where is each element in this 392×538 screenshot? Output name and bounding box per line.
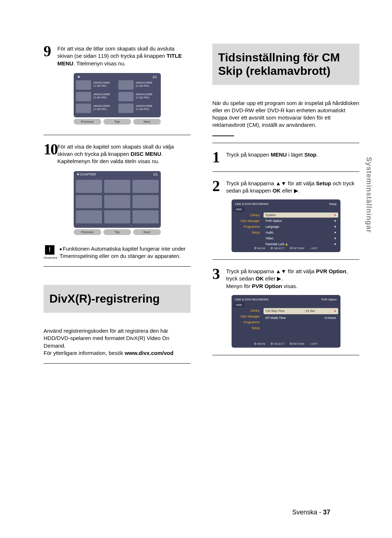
osd-sidebar: Library Disc Manager Programme Setup <box>234 308 262 341</box>
url-text: www.divx.com/vod <box>124 350 173 356</box>
step-text: För att visa de titlar som skapats skall… <box>57 44 191 67</box>
title-menu-screenshot: ❖ 1/1 JAN/01/200617:30 PR1 JAN/01/200617… <box>74 73 161 125</box>
osd-option-pvr: PVR Option <box>264 218 338 223</box>
osd-pvr-screenshot: HDD & DVD RECORDER PVR Option HDD Librar… <box>232 295 340 348</box>
osd-side-item: Library <box>234 213 262 218</box>
osd-sidebar: Library Disc Manager Programme Setup <box>234 213 262 245</box>
step-number: 9 <box>44 44 54 67</box>
osd-title: HDD & DVD RECORDER <box>235 298 269 301</box>
previous-button: Previous <box>74 119 101 125</box>
osd-main: CM Skip Time: 15 Sec EP Mode Time: 6 Hou… <box>264 308 338 341</box>
top-button: Top <box>103 119 131 125</box>
step-text: Tryck på knappen MENU i läget Stop. <box>226 150 318 165</box>
section-title: DivX(R)-registrering <box>49 292 185 306</box>
chevron-right-icon <box>335 310 336 312</box>
osd-hints: MOVE SELECT RETURN EXIT <box>234 341 338 345</box>
footer-lang: Svenska <box>292 509 317 516</box>
osd-side-item: Setup <box>234 230 262 235</box>
osd-option-parental: Parental Lock <box>264 242 338 247</box>
bold-text: DISC MENU <box>131 151 161 157</box>
chevron-right-icon <box>335 220 336 222</box>
chapter-thumbnail <box>76 180 102 193</box>
title-thumbnail <box>76 80 91 90</box>
page-footer: Svenska - 37 <box>292 509 330 516</box>
osd-option-epmode: EP Mode Time: 6 Hours <box>264 315 338 321</box>
chapter-thumbnail <box>76 210 102 223</box>
step-text: Tryck på knapparna ▲▼ för att välja PVR … <box>226 266 359 290</box>
chevron-right-icon <box>335 237 336 239</box>
osd-side-item: Programme <box>234 320 262 325</box>
osd-side-item: Programme <box>234 224 262 229</box>
side-tab: Systeminställningar <box>365 157 373 233</box>
chevron-right-icon <box>335 226 336 228</box>
info-icon: ! <box>45 245 54 255</box>
top-button: Top <box>103 229 131 235</box>
osd-option-cmskip: CM Skip Time: 15 Sec <box>264 308 338 314</box>
right-column: Tidsinställning för CM Skip (reklamavbro… <box>212 44 359 370</box>
step-9: 9 För att visa de titlar som skapats ska… <box>44 44 191 67</box>
divider <box>44 266 191 267</box>
chapter-menu-screenshot: ❖ CHAPTER 1/1 <box>74 171 161 235</box>
title-meta: JAN/01/200617:30 PR1 <box>136 92 159 101</box>
title-thumbnail <box>118 92 134 101</box>
osd-side-item: Disc Manager <box>234 218 262 223</box>
osd-side-item: Disc Manager <box>234 314 262 319</box>
short-divider <box>212 135 234 136</box>
title-thumbnail <box>118 104 134 113</box>
divider <box>212 355 359 355</box>
title-meta: JAN/01/200617:30 PR1 <box>93 80 116 90</box>
step-text: För att visa de kapitel som skapats skal… <box>57 142 191 165</box>
step-3: 3 Tryck på knapparna ▲▼ för att välja PV… <box>212 266 359 290</box>
left-column: 9 För att visa de titlar som skapats ska… <box>44 44 191 370</box>
intro-text: När du spelar upp ett program som är ins… <box>212 100 359 129</box>
osd-subtitle: Setup <box>329 202 337 206</box>
divider <box>44 135 191 135</box>
text: För att visa de titlar som skapats skall… <box>57 45 175 59</box>
next-button: Next <box>133 229 161 235</box>
body-text: För ytterligare information, besök www.d… <box>44 349 191 357</box>
chapter-thumbnail <box>104 210 130 223</box>
section-header: DivX(R)-registrering <box>44 285 191 313</box>
chevron-right-icon <box>335 231 336 234</box>
divider <box>212 259 359 260</box>
osd-option-video: Video <box>264 236 338 241</box>
step-text: Tryck på knapparna ▲▼ för att välja Setu… <box>226 178 359 195</box>
previous-button: Previous <box>74 229 101 235</box>
footer-sep: - <box>317 509 323 516</box>
section-title: Tidsinställning för CM Skip (reklamavbro… <box>218 51 354 78</box>
title-meta: JAN/01/200617:30 PR1 <box>93 104 116 113</box>
step-number: 2 <box>212 178 223 195</box>
osd-option-language: Language <box>264 224 338 229</box>
observe-text: Funktionen Automatiska kapitel fungerar … <box>60 245 191 260</box>
text: . Titelmenyn visas nu. <box>73 60 126 66</box>
osd-subtitle: PVR Option <box>321 298 336 301</box>
osd-side-item: Setup <box>234 325 262 331</box>
step-10: 10 För att visa de kapitel som skapats s… <box>44 142 191 165</box>
divider <box>212 171 359 172</box>
divider <box>44 363 191 364</box>
step-number: 3 <box>212 266 223 290</box>
chapter-thumbnail <box>104 195 130 208</box>
osd-side-item: Library <box>234 308 262 313</box>
chapter-header: ❖ CHAPTER <box>77 173 96 176</box>
chapter-thumbnail <box>132 180 159 193</box>
title-meta: JAN/01/200617:30 PR1 <box>136 80 159 90</box>
osd-option-system: System <box>264 213 338 218</box>
text: För ytterligare information, besök <box>44 350 124 356</box>
osd-option-audio: Audio <box>264 230 338 235</box>
step-number: 10 <box>44 142 54 165</box>
step-2: 2 Tryck på knapparna ▲▼ för att välja Se… <box>212 178 359 195</box>
title-thumbnail <box>76 92 91 101</box>
chapter-thumbnail <box>132 210 159 223</box>
page-counter: 1/1 <box>152 75 157 79</box>
chapter-thumbnail <box>132 195 159 208</box>
section-header: Tidsinställning för CM Skip (reklamavbro… <box>212 44 359 85</box>
osd-title: HDD & DVD RECORDER <box>235 202 269 206</box>
step-number: 1 <box>212 150 223 165</box>
osd-setup-screenshot: HDD & DVD RECORDER Setup HDD Library Dis… <box>232 199 340 252</box>
page-number: 37 <box>323 509 330 516</box>
title-thumbnail <box>76 104 91 113</box>
page-counter: 1/1 <box>153 173 158 176</box>
title-meta: JAN/01/200617:30 PR1 <box>93 92 116 101</box>
osd-hdd-badge: HDD <box>234 207 244 212</box>
